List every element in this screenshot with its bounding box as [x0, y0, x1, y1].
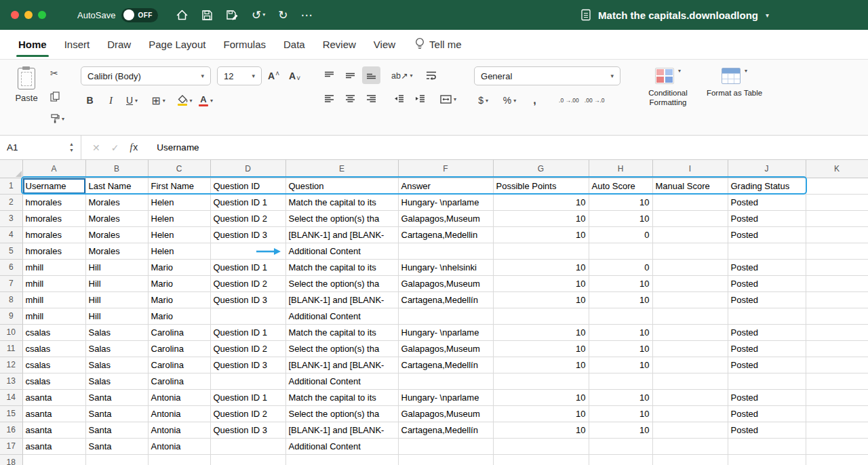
column-header-g[interactable]: G [493, 160, 589, 178]
cell-D15[interactable]: Question ID 2 [210, 405, 285, 422]
cell-I18[interactable] [652, 454, 728, 465]
autosave-toggle[interactable]: OFF [121, 8, 158, 22]
cell-G13[interactable] [493, 373, 589, 389]
cell-B2[interactable]: Morales [85, 194, 148, 210]
cell-H15[interactable]: 10 [589, 405, 652, 422]
cell-J14[interactable]: Posted [728, 389, 806, 405]
percent-format-button[interactable]: %▾ [500, 92, 519, 109]
cell-C3[interactable]: Helen [148, 210, 210, 226]
cell-K5[interactable] [806, 243, 868, 259]
cell-A11[interactable]: csalas [22, 340, 85, 357]
cell-K7[interactable] [806, 275, 868, 291]
cell-F12[interactable]: Cartagena,Medellín [398, 357, 493, 373]
cell-H17[interactable] [589, 438, 652, 454]
cell-K13[interactable] [806, 373, 868, 389]
cell-F9[interactable] [398, 308, 493, 324]
cell-I1[interactable]: Manual Score [652, 178, 728, 194]
wrap-text-button[interactable] [422, 66, 440, 84]
select-all-corner[interactable] [0, 160, 22, 178]
cell-B3[interactable]: Morales [85, 210, 148, 226]
cell-C7[interactable]: Mario [148, 275, 210, 291]
cell-A13[interactable]: csalas [22, 373, 85, 389]
row-header-8[interactable]: 8 [0, 291, 22, 308]
cell-F18[interactable] [398, 454, 493, 465]
cell-E5[interactable]: Additional Content [285, 243, 398, 259]
format-painter-button[interactable]: ▾ [50, 114, 64, 123]
cell-B1[interactable]: Last Name [85, 178, 148, 194]
column-header-i[interactable]: I [652, 160, 728, 178]
cell-G16[interactable]: 10 [493, 422, 589, 438]
row-header-13[interactable]: 13 [0, 373, 22, 389]
cell-C5[interactable]: Helen [148, 243, 210, 259]
row-header-15[interactable]: 15 [0, 405, 22, 422]
cell-E16[interactable]: [BLANK-1] and [BLANK- [285, 422, 398, 438]
merge-center-button[interactable]: ▾ [439, 90, 458, 108]
cell-G4[interactable]: 10 [493, 226, 589, 243]
cell-G5[interactable] [493, 243, 589, 259]
cell-F10[interactable]: Hungary- \nparlame [398, 324, 493, 340]
cell-A15[interactable]: asanta [22, 405, 85, 422]
cell-F17[interactable] [398, 438, 493, 454]
cell-B6[interactable]: Hill [85, 259, 148, 275]
cell-A5[interactable]: hmorales [22, 243, 85, 259]
cell-C6[interactable]: Mario [148, 259, 210, 275]
cell-E9[interactable]: Additional Content [285, 308, 398, 324]
cell-J6[interactable]: Posted [728, 259, 806, 275]
cell-J17[interactable] [728, 438, 806, 454]
cell-D7[interactable]: Question ID 2 [210, 275, 285, 291]
cell-F3[interactable]: Galapagos,Museum [398, 210, 493, 226]
cell-C11[interactable]: Carolina [148, 340, 210, 357]
cell-D6[interactable]: Question ID 1 [210, 259, 285, 275]
cell-C2[interactable]: Helen [148, 194, 210, 210]
row-header-2[interactable]: 2 [0, 194, 22, 210]
cell-A16[interactable]: asanta [22, 422, 85, 438]
cell-H7[interactable]: 10 [589, 275, 652, 291]
cell-K12[interactable] [806, 357, 868, 373]
cell-F8[interactable]: Cartagena,Medellín [398, 291, 493, 308]
cell-E7[interactable]: Select the option(s) tha [285, 275, 398, 291]
cell-C18[interactable] [148, 454, 210, 465]
cell-D14[interactable]: Question ID 1 [210, 389, 285, 405]
cell-H14[interactable]: 10 [589, 389, 652, 405]
cell-G10[interactable]: 10 [493, 324, 589, 340]
cell-A7[interactable]: mhill [22, 275, 85, 291]
tab-view[interactable]: View [365, 30, 404, 59]
cell-J13[interactable] [728, 373, 806, 389]
cell-C15[interactable]: Antonia [148, 405, 210, 422]
save-as-icon[interactable] [226, 9, 239, 21]
cell-D12[interactable]: Question ID 3 [210, 357, 285, 373]
cell-E8[interactable]: [BLANK-1] and [BLANK- [285, 291, 398, 308]
align-bottom-button[interactable] [362, 66, 380, 84]
cell-E13[interactable]: Additional Content [285, 373, 398, 389]
cell-B11[interactable]: Salas [85, 340, 148, 357]
cell-C16[interactable]: Antonia [148, 422, 210, 438]
cell-J4[interactable]: Posted [728, 226, 806, 243]
cell-G17[interactable] [493, 438, 589, 454]
confirm-entry-icon[interactable]: ✓ [111, 142, 119, 153]
format-as-table-button[interactable]: ▾ Format as Table [703, 66, 766, 108]
redo-icon[interactable]: ↻ [278, 9, 288, 21]
cell-I3[interactable] [652, 210, 728, 226]
cell-B7[interactable]: Hill [85, 275, 148, 291]
cell-K15[interactable] [806, 405, 868, 422]
cell-H1[interactable]: Auto Score [589, 178, 652, 194]
cell-D13[interactable] [210, 373, 285, 389]
cell-I12[interactable] [652, 357, 728, 373]
align-right-button[interactable] [362, 90, 380, 108]
cell-D17[interactable] [210, 438, 285, 454]
cell-C10[interactable]: Carolina [148, 324, 210, 340]
cell-A3[interactable]: hmorales [22, 210, 85, 226]
cell-I7[interactable] [652, 275, 728, 291]
cell-A9[interactable]: mhill [22, 308, 85, 324]
cell-K9[interactable] [806, 308, 868, 324]
cell-C9[interactable]: Mario [148, 308, 210, 324]
cell-I6[interactable] [652, 259, 728, 275]
copy-button[interactable] [50, 92, 64, 102]
cell-G18[interactable] [493, 454, 589, 465]
cell-I4[interactable] [652, 226, 728, 243]
bold-button[interactable]: B [81, 92, 99, 109]
cell-E1[interactable]: Question [285, 178, 398, 194]
fill-color-button[interactable]: ▾ [176, 92, 194, 109]
cell-A8[interactable]: mhill [22, 291, 85, 308]
zoom-window-button[interactable] [38, 11, 46, 19]
